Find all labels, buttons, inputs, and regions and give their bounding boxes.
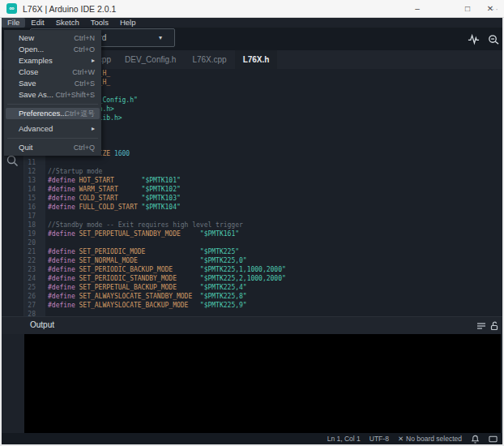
line-number: 22: [24, 256, 41, 265]
menu-item-advanced[interactable]: Advanced▸: [6, 123, 100, 135]
panel-layout-icon[interactable]: [489, 435, 498, 444]
line-content: #define SET_PERPETUAL_BACKUP_MODE "$PMTK…: [41, 283, 247, 292]
menu-item-examples[interactable]: Examples▸: [6, 55, 100, 66]
menu-item-shortcut: Ctrl+Q: [74, 142, 95, 153]
menu-item-label: Close: [19, 66, 38, 78]
menu-separator: [7, 138, 98, 139]
line-number: 14: [24, 185, 41, 194]
menu-item-label: Save: [19, 78, 36, 89]
tab-l76x-h[interactable]: L76X.h: [235, 50, 278, 69]
line-content: #define SET_NORMAL_MODE "$PMTK225,0": [41, 256, 247, 265]
line-content: [41, 158, 48, 167]
arduino-ide-window: ∞ L76X | Arduino IDE 2.0.1 – □ ✕ FileEdi…: [0, 0, 504, 446]
line-content: [41, 212, 48, 221]
line-content: #define WARM_START "$PMTK102": [41, 185, 181, 194]
output-side-strip: [0, 334, 24, 433]
menu-item-new[interactable]: NewCtrl+N: [6, 32, 100, 44]
menubar-item-file[interactable]: File: [2, 18, 25, 28]
line-content: #define FULL_COLD_START "$PMTK104": [41, 203, 181, 212]
line-content: //Startup mode: [41, 167, 102, 176]
window-title: L76X | Arduino IDE 2.0.1: [23, 4, 116, 14]
menu-item-shortcut: Ctrl+Shift+S: [55, 89, 95, 101]
board-status-text: No board selected: [406, 435, 462, 443]
code-line: 27#define SET_ALWAYSLOCATE_BACKUP_MODE "…: [24, 301, 502, 310]
menubar-item-sketch[interactable]: Sketch: [50, 18, 85, 28]
line-content: #define SET_PERPETUAL_STANDBY_MODE "$PMT…: [41, 229, 239, 238]
code-line: 12//Startup mode: [24, 167, 502, 176]
menu-item-label: Quit: [19, 142, 32, 153]
menu-item-shortcut: Ctrl+S: [75, 78, 95, 89]
line-number: 24: [24, 274, 41, 283]
output-console: [24, 334, 501, 433]
menu-item-label: New: [19, 32, 34, 44]
chevron-down-icon: ▾: [159, 29, 162, 46]
code-line: 22#define SET_NORMAL_MODE "$PMTK225,0": [24, 256, 502, 265]
serial-plotter-icon[interactable]: [468, 33, 480, 45]
code-line: 17: [24, 212, 502, 221]
code-line: 25#define SET_PERPETUAL_BACKUP_MODE "$PM…: [24, 283, 502, 292]
line-number: 27: [24, 301, 41, 310]
line-content: //Standby mode -- Exit requires high lev…: [41, 221, 243, 229]
line-number: 15: [24, 194, 41, 203]
line-content: #define SET_ALWAYSLOCATE_STANDBY_MODE "$…: [41, 292, 247, 301]
clear-output-icon[interactable]: [476, 321, 486, 331]
line-content: #define HOT_START "$PMTK101": [41, 176, 181, 185]
line-number: 11: [24, 158, 41, 167]
tab-l76x-cpp[interactable]: L76X.cpp: [184, 50, 234, 69]
menu-item-quit[interactable]: QuitCtrl+Q: [6, 142, 100, 153]
line-number: 21: [24, 247, 41, 256]
line-number: 12: [24, 167, 41, 176]
code-line: 20: [24, 238, 502, 247]
code-line: 11: [24, 158, 502, 167]
menu-item-shortcut: Ctrl+逗号: [65, 108, 95, 119]
encoding[interactable]: UTF-8: [369, 435, 389, 443]
chevron-right-icon: ▸: [92, 55, 95, 66]
serial-monitor-icon[interactable]: [487, 33, 499, 45]
menu-item-save[interactable]: SaveCtrl+S: [6, 78, 100, 89]
lock-open-icon[interactable]: [489, 321, 499, 331]
output-panel-header: Output: [0, 316, 504, 334]
menu-item-shortcut: Ctrl+N: [74, 32, 95, 44]
line-content: [41, 238, 48, 247]
no-board-icon: ✕: [398, 435, 404, 443]
code-line: 14#define WARM_START "$PMTK102": [24, 185, 502, 194]
line-number: 13: [24, 176, 41, 185]
notifications-bell-icon[interactable]: [471, 435, 480, 444]
line-content: #define SET_PERIODIC_BACKUP_MODE "$PMTK2…: [41, 265, 286, 274]
menu-item-label: Open...: [19, 44, 44, 55]
code-line: 16#define FULL_COLD_START "$PMTK104": [24, 203, 502, 212]
code-line: 26#define SET_ALWAYSLOCATE_STANDBY_MODE …: [24, 292, 502, 301]
line-number: 23: [24, 265, 41, 274]
line-number: 26: [24, 292, 41, 301]
tab-overflow-button[interactable]: ···: [488, 0, 499, 19]
code-line: 15#define COLD_START "$PMTK103": [24, 194, 502, 203]
chevron-right-icon: ▸: [92, 123, 95, 135]
menu-item-shortcut: Ctrl+O: [74, 44, 95, 55]
menu-item-label: Examples: [19, 55, 53, 66]
line-number: 17: [24, 212, 41, 221]
menu-item-shortcut: Ctrl+W: [72, 66, 95, 78]
menubar-item-edit[interactable]: Edit: [25, 18, 49, 28]
menu-item-preferences[interactable]: Preferences...Ctrl+逗号: [6, 108, 100, 119]
line-number: 19: [24, 229, 41, 238]
code-line: 19#define SET_PERPETUAL_STANDBY_MODE "$P…: [24, 229, 502, 238]
minimize-button[interactable]: –: [404, 0, 431, 18]
line-number: 25: [24, 283, 41, 292]
board-status[interactable]: ✕No board selected: [398, 435, 462, 443]
search-icon[interactable]: [6, 154, 19, 167]
cursor-position[interactable]: Ln 1, Col 1: [327, 435, 361, 443]
menu-item-label: Advanced: [19, 123, 53, 135]
menubar-item-tools[interactable]: Tools: [85, 18, 114, 28]
line-content: #define SET_PERIODIC_MODE "$PMTK225": [41, 247, 239, 256]
tab-dev-config-h[interactable]: DEV_Config.h: [117, 50, 184, 69]
arduino-logo-icon: ∞: [6, 3, 17, 14]
line-number: 16: [24, 203, 41, 212]
menu-item-save-as[interactable]: Save As...Ctrl+Shift+S: [6, 89, 100, 101]
menu-item-label: Preferences...: [19, 108, 66, 119]
menubar-item-help[interactable]: Help: [114, 18, 142, 28]
menu-item-label: Save As...: [19, 89, 53, 101]
menu-item-open[interactable]: Open...Ctrl+O: [6, 44, 100, 55]
menubar: FileEditSketchToolsHelp: [0, 18, 504, 28]
menu-item-close[interactable]: CloseCtrl+W: [6, 66, 100, 78]
statusbar: Ln 1, Col 1 UTF-8 ✕No board selected: [0, 433, 504, 444]
